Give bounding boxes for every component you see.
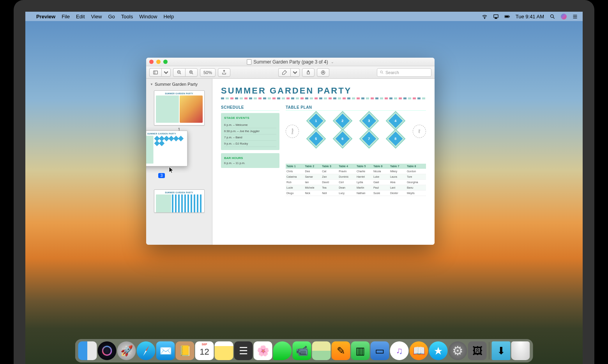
dock[interactable]: 🚀 ✉️ 📒 SEP12 ☰ 🌸 📹 ✎ ▥ ▭ 📖 🖼 ⬇ — [75, 339, 533, 362]
dock-facetime-icon[interactable]: 📹 — [293, 341, 311, 360]
table-cell: Lucy — [338, 191, 356, 196]
wifi-icon[interactable] — [482, 14, 488, 19]
dock-photos-icon[interactable]: 🌸 — [254, 341, 272, 360]
dock-sysprefs-icon[interactable] — [449, 341, 467, 360]
dock-itunes-icon[interactable] — [390, 341, 409, 360]
menubar[interactable]: Preview File Edit View Go Tools Window H… — [25, 12, 583, 21]
close-button[interactable] — [149, 60, 154, 64]
thumbnails-sidebar[interactable]: Summer Garden Party SUMMER GARDEN PARTY … — [146, 79, 212, 245]
dock-finder-icon[interactable] — [78, 341, 97, 360]
table-cell: Dexter — [389, 191, 406, 196]
table-marker: 4 — [387, 112, 404, 129]
preview-window: Summer Garden Party (page 3 of 4) ⌄ 50% … — [146, 58, 435, 245]
dock-siri-icon[interactable] — [98, 341, 117, 360]
table-marker: 6 — [334, 130, 351, 147]
dock-numbers-icon[interactable]: ▥ — [351, 341, 370, 360]
mouse-cursor-icon — [169, 166, 174, 173]
menu-edit[interactable]: Edit — [76, 14, 85, 19]
seating-table: Table 1Table 2Table 3Table 4Table 5Table… — [286, 164, 426, 196]
sidebar-dropdown-button[interactable] — [161, 68, 171, 77]
menu-file[interactable]: File — [62, 14, 70, 19]
page-thumbnail-1[interactable]: SUMMER GARDEN PARTY — [154, 90, 205, 125]
dock-keynote-icon[interactable]: ▭ — [371, 341, 389, 360]
dock-ibooks-icon[interactable]: 📖 — [410, 341, 428, 360]
window-titlebar[interactable]: Summer Garden Party (page 3 of 4) ⌄ — [146, 58, 435, 66]
table-plan-heading: TABLE PLAN — [286, 105, 426, 111]
table-cell: Nicola — [373, 169, 389, 174]
svg-rect-6 — [154, 71, 158, 74]
battery-icon[interactable] — [504, 14, 510, 19]
notification-center-icon[interactable] — [572, 14, 578, 19]
markup-button[interactable] — [317, 68, 329, 77]
table-header: Table 8 — [406, 164, 426, 169]
dock-reminders-icon[interactable]: ☰ — [234, 341, 253, 360]
table-header: Table 3 — [321, 164, 338, 169]
document-content[interactable]: SUMMER GARDEN PARTY SCHEDULE STAGE EVENT… — [212, 79, 435, 245]
dock-downloads-icon[interactable]: ⬇ — [492, 341, 511, 360]
page-thumbnail-4[interactable]: SUMMER GARDEN PARTY — [154, 189, 205, 213]
schedule-heading: SCHEDULE — [221, 105, 279, 111]
dock-preview-icon[interactable]: 🖼 — [468, 341, 487, 360]
highlight-dropdown-button[interactable] — [290, 68, 300, 77]
event-row: 6 p.m. – Welcome — [224, 122, 276, 128]
dock-separator — [489, 342, 490, 359]
dock-launchpad-icon[interactable]: 🚀 — [117, 341, 136, 360]
table-cell: Lani — [389, 185, 406, 191]
dock-safari-icon[interactable] — [137, 341, 156, 360]
menu-window[interactable]: Window — [139, 14, 157, 19]
zoom-level[interactable]: 50% — [200, 68, 216, 77]
clock[interactable]: Tue 9:41 AM — [516, 14, 544, 19]
doc-title: SUMMER GARDEN PARTY — [221, 86, 426, 96]
maximize-button[interactable] — [163, 60, 168, 64]
menu-tools[interactable]: Tools — [121, 14, 133, 19]
table-cell: Tore — [406, 174, 426, 180]
minimize-button[interactable] — [156, 60, 161, 64]
rotate-button[interactable] — [302, 68, 315, 77]
table-header: Table 4 — [338, 164, 356, 169]
svg-point-0 — [484, 18, 485, 18]
dock-contacts-icon[interactable]: 📒 — [176, 341, 194, 360]
bar-hours-value: 6 p.m. – 11 p.m. — [224, 161, 276, 165]
title-chevron-icon[interactable]: ⌄ — [331, 60, 334, 64]
table-cell: Martin — [356, 185, 373, 191]
bar-hours-title: BAR HOURS — [224, 156, 276, 160]
thumbnail-label-3: 3 — [158, 173, 165, 178]
table-cell: Dominic — [338, 174, 356, 180]
svg-rect-9 — [307, 72, 309, 74]
siri-icon[interactable] — [561, 14, 567, 19]
window-title: Summer Garden Party (page 3 of 4) — [253, 59, 328, 65]
highlight-button[interactable] — [278, 68, 290, 77]
menu-app[interactable]: Preview — [36, 14, 55, 19]
menu-view[interactable]: View — [91, 14, 102, 19]
zoom-out-button[interactable] — [173, 68, 185, 77]
sidebar-toggle-button[interactable] — [149, 68, 161, 77]
dock-maps-icon[interactable] — [312, 341, 331, 360]
table-cell: Nathan — [356, 191, 373, 196]
table-plan-diagram: Stage Bar 1234 5678 — [286, 113, 426, 160]
share-button[interactable] — [218, 68, 230, 77]
page-thumbnail-3-dragging[interactable]: SUMMER GARDEN PARTY — [146, 131, 187, 166]
table-cell: Dee — [304, 169, 321, 174]
dock-trash-icon[interactable] — [511, 341, 530, 360]
table-cell: Laura — [389, 174, 406, 180]
dock-messages-icon[interactable] — [273, 341, 292, 360]
menu-help[interactable]: Help — [163, 14, 174, 19]
sidebar-doc-header[interactable]: Summer Garden Party — [146, 80, 212, 88]
dock-mail-icon[interactable]: ✉️ — [156, 341, 175, 360]
table-cell: Aixa — [389, 180, 406, 185]
zoom-in-button[interactable] — [185, 68, 198, 77]
table-marker: 7 — [360, 130, 378, 147]
table-cell: Charlie — [356, 169, 373, 174]
dock-notes-icon[interactable] — [215, 341, 233, 360]
dock-calendar-icon[interactable]: SEP12 — [195, 341, 214, 360]
spotlight-icon[interactable] — [550, 14, 555, 19]
dock-pages-icon[interactable]: ✎ — [332, 341, 350, 360]
menu-go[interactable]: Go — [108, 14, 115, 19]
svg-point-5 — [551, 14, 554, 18]
table-cell: Paul — [373, 185, 389, 191]
table-header: Table 5 — [356, 164, 373, 169]
dock-appstore-icon[interactable] — [429, 341, 448, 360]
stage-events-box: STAGE EVENTS 6 p.m. – Welcome 6:30 p.m. … — [221, 113, 279, 150]
airplay-icon[interactable] — [493, 14, 499, 19]
search-input[interactable]: Search — [377, 68, 431, 77]
